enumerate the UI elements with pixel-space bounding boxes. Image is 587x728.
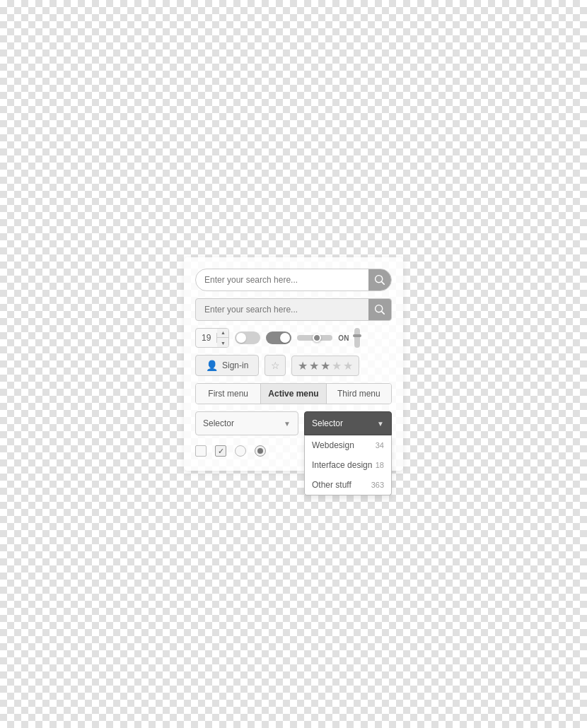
search-button-2[interactable] — [368, 298, 391, 321]
dropdown-item-webdesign[interactable]: Webdesign 34 — [305, 435, 391, 455]
search-bar-1 — [195, 269, 392, 291]
controls-row: 19 ▲ ▼ ON — [195, 328, 392, 348]
star-empty-icon: ☆ — [271, 360, 280, 371]
number-up-button[interactable]: ▲ — [217, 328, 228, 338]
user-icon: 👤 — [206, 360, 218, 371]
toggle-off[interactable] — [235, 331, 260, 344]
search-button-1[interactable] — [368, 269, 391, 291]
chevron-down-active-icon: ▼ — [377, 420, 384, 428]
vertical-slider[interactable] — [354, 328, 360, 348]
signin-label: Sign-in — [222, 360, 248, 370]
number-value: 19 — [196, 333, 217, 343]
number-arrows: ▲ ▼ — [217, 328, 228, 348]
radio-unchecked[interactable] — [235, 445, 246, 457]
slider-track[interactable] — [297, 335, 332, 341]
selectors-row: Selector ▼ Selector ▼ Webdesign 34 Inter… — [195, 411, 392, 435]
search-input-1[interactable] — [196, 275, 368, 285]
star-4[interactable]: ★ — [332, 359, 342, 372]
toggle-on[interactable] — [266, 331, 291, 344]
dropdown-item-interface[interactable]: Interface design 18 — [305, 455, 391, 475]
checkbox-unchecked[interactable] — [195, 445, 207, 457]
dropdown-item-label: Webdesign — [312, 440, 354, 450]
selector-active: Selector ▼ Webdesign 34 Interface design… — [304, 411, 392, 435]
menu-tab-third[interactable]: Third menu — [327, 384, 391, 404]
vslider-thumb — [353, 334, 361, 337]
dropdown-item-count: 34 — [376, 441, 384, 450]
star-2[interactable]: ★ — [309, 359, 319, 372]
selector-active-label: Selector — [312, 418, 343, 428]
stars-rating: ★ ★ ★ ★ ★ — [291, 356, 359, 376]
buttons-row: 👤 Sign-in ☆ ★ ★ ★ ★ ★ — [195, 355, 392, 376]
star-bookmark-button[interactable]: ☆ — [265, 355, 286, 376]
dropdown-menu: Webdesign 34 Interface design 18 Other s… — [304, 435, 392, 495]
selector-active-button[interactable]: Selector ▼ — [304, 411, 392, 435]
dropdown-item-count: 363 — [371, 481, 384, 489]
star-1[interactable]: ★ — [298, 359, 308, 372]
menu-tab-active[interactable]: Active menu — [261, 384, 326, 404]
on-label: ON — [338, 334, 349, 342]
slider-thumb — [313, 334, 321, 342]
widget-panel: 19 ▲ ▼ ON 👤 Sign-in ☆ — [184, 257, 403, 471]
dropdown-item-count: 18 — [376, 461, 384, 469]
dropdown-item-other[interactable]: Other stuff 363 — [305, 475, 391, 495]
search-input-2[interactable] — [196, 305, 368, 315]
selector-plain-label: Selector — [203, 418, 234, 428]
slider-wrap — [297, 335, 332, 341]
menu-tab-first[interactable]: First menu — [196, 384, 261, 404]
signin-button[interactable]: 👤 Sign-in — [195, 355, 259, 376]
star-3[interactable]: ★ — [320, 359, 330, 372]
checkbox-checked[interactable]: ✓ — [215, 445, 226, 457]
menu-tabs: First menu Active menu Third menu — [195, 383, 392, 404]
radio-checked[interactable] — [255, 445, 266, 457]
number-down-button[interactable]: ▼ — [217, 338, 228, 348]
selector-plain[interactable]: Selector ▼ — [195, 411, 298, 435]
dropdown-item-label: Other stuff — [312, 480, 351, 490]
chevron-down-icon: ▼ — [284, 420, 291, 428]
number-input: 19 ▲ ▼ — [195, 328, 229, 348]
star-5[interactable]: ★ — [343, 359, 353, 372]
dropdown-item-label: Interface design — [312, 460, 372, 470]
search-bar-2 — [195, 298, 392, 321]
